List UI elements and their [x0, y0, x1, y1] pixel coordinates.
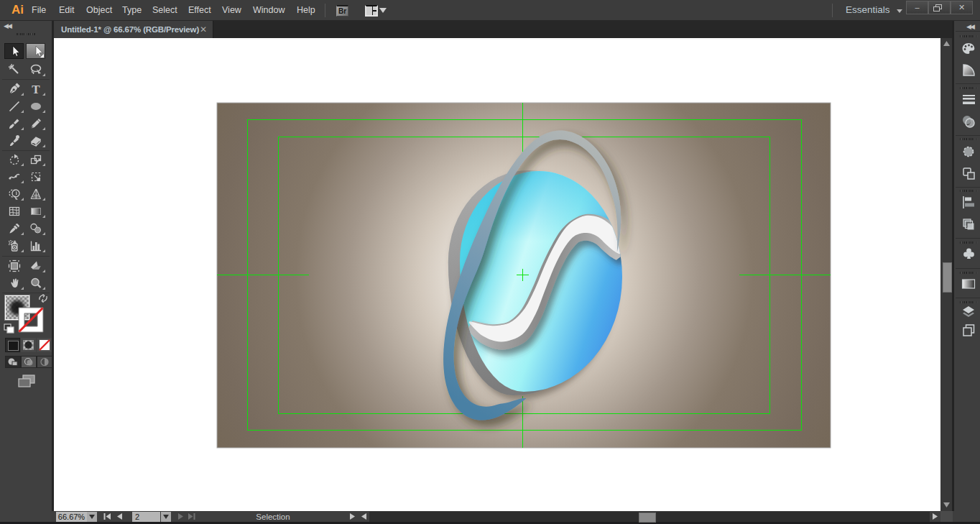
svg-text:T: T [32, 83, 40, 96]
